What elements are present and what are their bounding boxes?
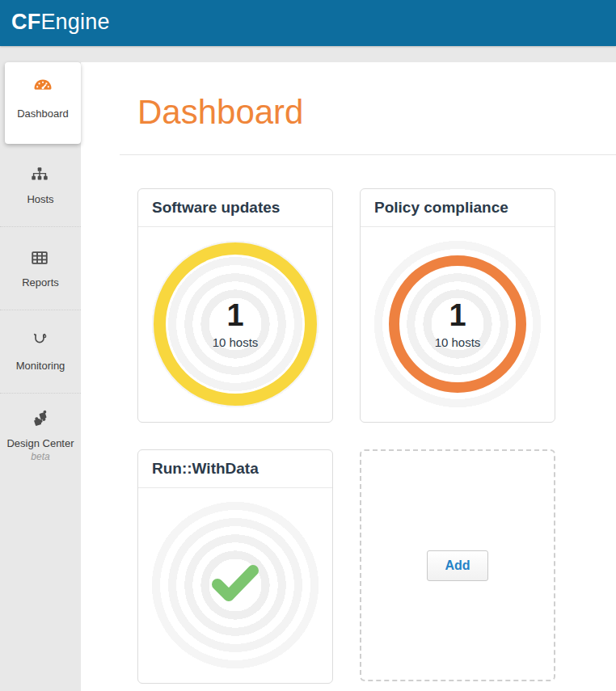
card-title: Policy compliance [361, 189, 555, 227]
software-updates-donut-chart[interactable]: 1 10 hosts [145, 234, 326, 415]
card-software-updates[interactable]: Software updates 1 10 hosts [137, 188, 333, 423]
check-icon [209, 562, 261, 608]
page-title: Dashboard [137, 93, 616, 132]
sidebar-item-dashboard[interactable]: Dashboard [5, 62, 81, 144]
card-policy-compliance[interactable]: Policy compliance 1 10 hosts [360, 188, 555, 423]
card-body: 1 10 hosts [361, 227, 555, 421]
policy-compliance-donut-chart[interactable]: 1 10 hosts [367, 234, 548, 415]
sidebar-item-design-center[interactable]: Design Center beta [0, 394, 81, 477]
brand-bold: CF [11, 10, 40, 34]
puzzle-icon [30, 409, 51, 430]
card-run-withdata[interactable]: Run::WithData [137, 449, 333, 684]
donut-subtitle: 10 hosts [213, 335, 259, 349]
main-content: Dashboard Software updates 1 10 hosts Po… [81, 62, 616, 691]
table-icon [30, 248, 51, 269]
topbar: CFEngine [0, 0, 616, 46]
sidebar-item-reports[interactable]: Reports [0, 227, 81, 310]
sidebar-item-monitoring[interactable]: Monitoring [0, 310, 81, 394]
sidebar-item-label: Hosts [27, 193, 53, 205]
sitemap-icon [30, 165, 51, 186]
card-add-widget[interactable]: Add [360, 449, 555, 681]
sidebar-item-label: Dashboard [5, 107, 81, 120]
brand-logo[interactable]: CFEngine [11, 10, 110, 35]
stethoscope-icon [30, 331, 51, 352]
card-title: Software updates [138, 189, 332, 227]
sidebar-item-label: Monitoring [16, 360, 65, 372]
sidebar-item-hosts[interactable]: Hosts [0, 144, 81, 227]
beta-badge: beta [31, 451, 49, 462]
card-body: 1 10 hosts [138, 227, 332, 421]
brand-rest: Engine [40, 10, 109, 34]
gauge-icon [32, 76, 53, 97]
run-withdata-status-chart[interactable] [145, 495, 326, 676]
add-button[interactable]: Add [427, 550, 487, 581]
dashboard-widgets: Software updates 1 10 hosts Policy compl… [137, 188, 616, 684]
donut-subtitle: 10 hosts [435, 335, 481, 349]
card-body [138, 488, 332, 682]
sidebar: Dashboard Hosts Reports [0, 46, 81, 691]
title-divider [120, 154, 616, 155]
card-title: Run::WithData [138, 450, 332, 488]
donut-value: 1 [449, 300, 466, 331]
sidebar-item-label: Reports [22, 276, 59, 289]
donut-value: 1 [226, 300, 243, 331]
sidebar-item-label: Design Center [6, 437, 74, 449]
